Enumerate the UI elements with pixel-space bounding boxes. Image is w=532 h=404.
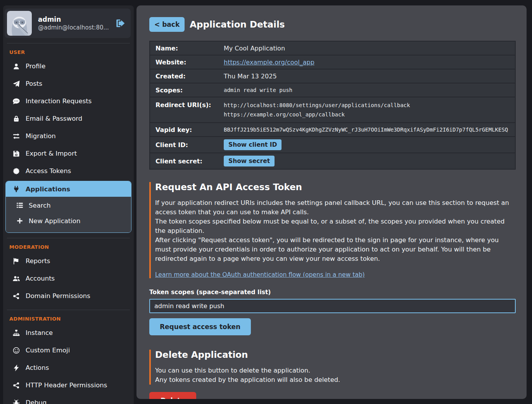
lock-icon: [12, 115, 20, 122]
sidebar-item-label: Domain Permissions: [26, 292, 90, 300]
row-label: Created:: [155, 73, 224, 80]
sitemap-icon: [12, 329, 20, 336]
avatar: [7, 11, 32, 36]
token-scopes-label: Token scopes (space-separated list): [149, 289, 516, 296]
sidebar-item-migration[interactable]: Migration: [3, 127, 134, 145]
row-label: Scopes:: [155, 87, 224, 94]
application-info-table: Name: My Cool Application Website: https…: [149, 41, 516, 170]
sidebar-item-debug[interactable]: Debug: [3, 394, 134, 404]
sidebar-item-label: Applications: [26, 186, 70, 193]
sidebar-item-posts[interactable]: Posts: [3, 75, 134, 92]
sidebar-item-label: Debug: [26, 399, 47, 404]
sidebar-item-interaction-requests[interactable]: Interaction Requests: [3, 92, 134, 110]
redirect-uri-value: https://example.org/cool_app/callback: [224, 110, 410, 119]
section-heading-administration: ADMINISTRATION: [3, 315, 134, 324]
sidebar-item-actions[interactable]: Actions: [3, 359, 134, 376]
comment-dots-icon: [12, 97, 20, 105]
section-title: Request An API Access Token: [155, 182, 516, 192]
vapid-key-value: BBJffJ219b5iE512m7wQSzv4KgKDhgZZVzNyWC_r…: [224, 127, 508, 133]
table-row-created: Created: Thu Mar 13 2025: [150, 69, 515, 83]
page-title: Application Details: [190, 19, 285, 29]
request-token-section: Request An API Access Token If your appl…: [149, 182, 516, 278]
sidebar-item-label: Export & Import: [26, 150, 77, 157]
sidebar-item-applications-active[interactable]: Applications: [6, 181, 131, 197]
section-paragraph: The token scopes specified below must be…: [155, 217, 516, 236]
sidebar-subitem-search[interactable]: Search: [6, 198, 131, 213]
user-card[interactable]: admin @admin@localhost:80...: [5, 9, 131, 38]
table-row-website: Website: https://example.org/cool_app: [150, 55, 515, 69]
sidebar-item-profile[interactable]: Profile: [3, 57, 134, 75]
sidebar-item-reports[interactable]: Reports: [3, 252, 134, 270]
request-access-token-button[interactable]: Request access token: [149, 318, 251, 335]
sidebar-item-label: Accounts: [26, 275, 55, 282]
website-link[interactable]: https://example.org/cool_app: [224, 59, 314, 66]
oauth-docs-link[interactable]: Learn more about the OAuth authenticatio…: [155, 271, 365, 278]
sidebar-item-label: Custom Emoji: [26, 347, 70, 354]
logout-icon[interactable]: [115, 18, 125, 28]
sidebar-item-accounts[interactable]: Accounts: [3, 270, 134, 287]
divider: [7, 310, 130, 310]
flag-icon: [12, 257, 20, 265]
sidebar-item-label: Access Tokens: [26, 167, 71, 175]
applications-submenu: Search New Application: [6, 197, 131, 232]
row-label: Client secret:: [155, 158, 224, 165]
account-name: admin: [38, 16, 109, 23]
share-nodes-icon: [12, 381, 20, 389]
delete-application-section: Delete Application You can use this butt…: [149, 350, 516, 385]
section-heading-user: USER: [3, 49, 134, 57]
row-label: Client ID:: [155, 141, 224, 149]
certificate-icon: [12, 167, 20, 175]
header-row: < back Application Details: [149, 17, 516, 32]
sidebar-item-label: Posts: [26, 80, 42, 87]
smiley-icon: [12, 347, 20, 354]
sidebar-item-label: Profile: [26, 62, 45, 70]
section-paragraph: You can use this button to delete the ap…: [155, 366, 516, 375]
plug-icon: [12, 186, 20, 193]
plus-icon: [16, 217, 23, 225]
delete-button[interactable]: Delete: [149, 392, 196, 399]
sidebar-item-label: HTTP Header Permissions: [26, 381, 107, 389]
show-secret-button[interactable]: Show secret: [224, 156, 275, 166]
row-label: Redirect URI(s):: [155, 101, 224, 109]
sidebar: admin @admin@localhost:80... USER Profil…: [3, 5, 134, 404]
sidebar-item-export-import[interactable]: Export & Import: [3, 145, 134, 162]
application-details-panel: < back Application Details Name: My Cool…: [136, 5, 527, 399]
table-row-name: Name: My Cool Application: [150, 42, 515, 55]
back-button[interactable]: < back: [149, 17, 185, 32]
token-scopes-input[interactable]: [149, 299, 516, 313]
row-label: Name:: [155, 45, 224, 52]
exchange-arrows-icon: [12, 132, 20, 140]
sidebar-item-access-tokens[interactable]: Access Tokens: [3, 162, 134, 180]
sidebar-item-label: Actions: [26, 364, 49, 371]
list-icon: [16, 202, 23, 209]
bug-icon: [12, 399, 20, 404]
row-label: Vapid key:: [155, 126, 224, 134]
table-row-client-id: Client ID: Show client ID: [150, 137, 515, 153]
sidebar-item-label: Migration: [26, 132, 56, 140]
section-paragraph: If your application redirect URIs includ…: [155, 198, 516, 217]
row-label: Website:: [155, 59, 224, 66]
sidebar-item-email-password[interactable]: Email & Password: [3, 110, 134, 127]
sidebar-item-custom-emoji[interactable]: Custom Emoji: [3, 342, 134, 359]
sidebar-item-label: Email & Password: [26, 115, 82, 122]
floppy-save-icon: [12, 150, 20, 157]
sidebar-item-instance[interactable]: Instance: [3, 324, 134, 342]
sidebar-item-label: Interaction Requests: [26, 97, 92, 105]
show-client-id-button[interactable]: Show client ID: [224, 139, 282, 150]
table-row-vapid-key: Vapid key: BBJffJ219b5iE512m7wQSzv4KgKDh…: [150, 123, 515, 136]
share-nodes-icon: [12, 292, 20, 300]
sidebar-item-http-header-permissions[interactable]: HTTP Header Permissions: [3, 376, 134, 394]
sidebar-item-domain-permissions[interactable]: Domain Permissions: [3, 287, 134, 305]
users-icon: [12, 275, 20, 282]
user-icon: [12, 62, 20, 70]
created-value: Thu Mar 13 2025: [224, 73, 277, 80]
redirect-uri-value: http://localhost:8080/settings/user/appl…: [224, 101, 410, 110]
table-row-redirect-uris: Redirect URI(s): http://localhost:8080/s…: [150, 97, 515, 122]
sidebar-item-label: Reports: [26, 257, 50, 265]
bolt-icon: [12, 364, 20, 371]
divider: [7, 43, 130, 43]
sidebar-subitem-new-application[interactable]: New Application: [6, 213, 131, 229]
divider: [7, 238, 130, 238]
section-paragraph: After clicking "Request access token", y…: [155, 236, 516, 264]
sidebar-subitem-label: New Application: [29, 217, 80, 225]
